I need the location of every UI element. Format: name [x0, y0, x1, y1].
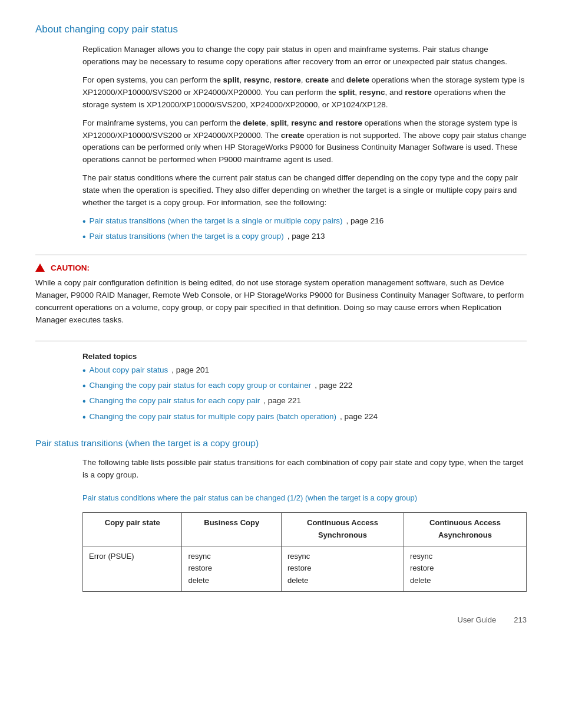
list-item-2: Pair status transitions (when the target…	[82, 230, 527, 243]
caution-box: CAUTION: While a copy pair configuration…	[35, 255, 527, 341]
link-pair-status-copy-group[interactable]: Pair status transitions (when the target…	[90, 230, 284, 243]
para4: The pair status conditions where the cur…	[82, 172, 527, 209]
cell-copy-pair-state: Error (PSUE)	[83, 546, 182, 591]
link-changing-copy-pair-group[interactable]: Changing the copy pair status for each c…	[90, 380, 312, 392]
section1-body: Replication Manager allows you to change…	[82, 44, 527, 209]
section2-intro: The following table lists possible pair …	[82, 457, 527, 482]
section1-links: Pair status transitions (when the target…	[82, 215, 527, 244]
col-header-copy-pair-state: Copy pair state	[83, 513, 182, 546]
table-header-row: Copy pair state Business Copy Continuous…	[83, 513, 527, 546]
footer-page-number: 213	[514, 615, 527, 624]
cell-ca-async: resyncrestoredelete	[404, 546, 526, 591]
pair-status-table: Copy pair state Business Copy Continuous…	[82, 512, 527, 592]
link-about-copy-pair-status[interactable]: About copy pair status	[90, 364, 168, 377]
table-row: Error (PSUE) resyncrestoredelete resyncr…	[83, 546, 527, 591]
para3: For mainframe systems, you can perform t…	[82, 117, 527, 167]
related-topics-heading: Related topics	[82, 352, 527, 361]
para2: For open systems, you can perform the sp…	[82, 74, 527, 111]
caution-triangle-icon	[35, 263, 45, 272]
link-changing-copy-pair-each[interactable]: Changing the copy pair status for each c…	[90, 395, 260, 407]
page-footer: User Guide 213	[35, 615, 527, 624]
section2-body: The following table lists possible pair …	[82, 457, 527, 482]
related-link-item-3: Changing the copy pair status for each c…	[82, 395, 527, 408]
link-changing-copy-pair-batch[interactable]: Changing the copy pair status for multip…	[90, 411, 336, 423]
table-caption: Pair status conditions where the pair st…	[82, 492, 527, 504]
related-link-item-4: Changing the copy pair status for multip…	[82, 411, 527, 424]
footer-label: User Guide	[458, 615, 497, 624]
col-header-ca-sync: Continuous AccessSynchronous	[281, 513, 404, 546]
section1-title: About changing copy pair status	[35, 24, 527, 35]
section2-title: Pair status transitions (when the target…	[35, 438, 527, 449]
col-header-business-copy: Business Copy	[182, 513, 281, 546]
related-topics-list: About copy pair status, page 201 Changin…	[82, 364, 527, 424]
cell-business-copy: resyncrestoredelete	[182, 546, 281, 591]
link-pair-status-single[interactable]: Pair status transitions (when the target…	[90, 215, 343, 228]
list-item-1: Pair status transitions (when the target…	[82, 215, 527, 228]
para1: Replication Manager allows you to change…	[82, 44, 527, 68]
related-link-item-1: About copy pair status, page 201	[82, 364, 527, 377]
section-pair-status-transitions: Pair status transitions (when the target…	[35, 438, 527, 592]
related-link-item-2: Changing the copy pair status for each c…	[82, 380, 527, 393]
caution-text: While a copy pair configuration definiti…	[35, 277, 527, 327]
section-about-changing-copy-pair-status: About changing copy pair status Replicat…	[35, 24, 527, 424]
cell-ca-sync: resyncrestoredelete	[281, 546, 404, 591]
caution-label: CAUTION:	[51, 263, 90, 272]
caution-title: CAUTION:	[35, 263, 527, 272]
col-header-ca-async: Continuous AccessAsynchronous	[404, 513, 526, 546]
